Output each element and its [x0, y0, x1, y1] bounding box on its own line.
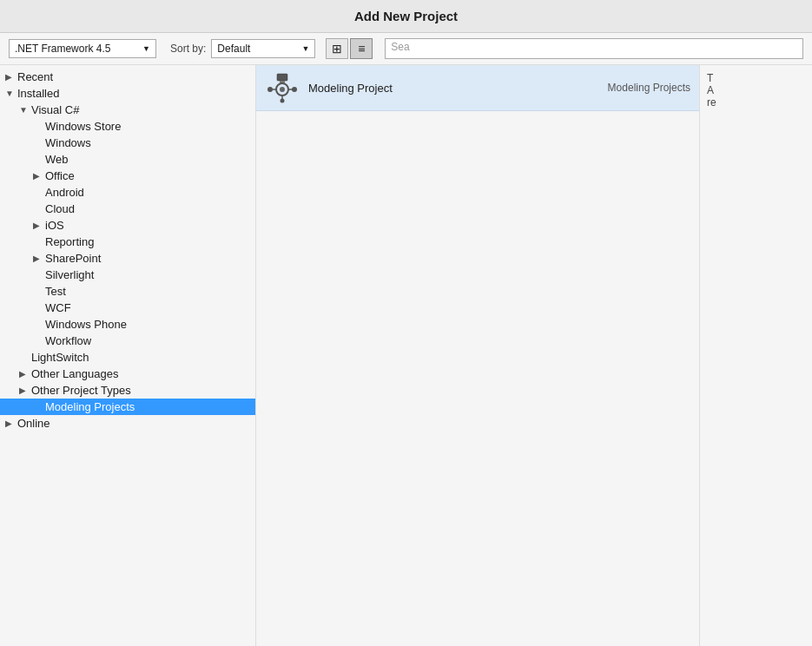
sidebar-label-ios: iOS [45, 219, 255, 232]
sort-dropdown[interactable]: Default ▼ [211, 39, 315, 58]
sidebar-label-wcf: WCF [45, 301, 255, 314]
sidebar-label-reporting: Reporting [45, 235, 255, 248]
tree-arrow-other-languages: ▶ [19, 369, 31, 379]
sidebar-item-web[interactable]: Web [0, 151, 255, 168]
project-category-modeling-project: Modeling Projects [608, 82, 690, 94]
svg-point-6 [292, 87, 297, 92]
framework-dropdown[interactable]: .NET Framework 4.5 ▼ [9, 39, 156, 58]
main-panel: Modeling Project Modeling Projects [256, 65, 699, 646]
search-input[interactable]: Sea [385, 38, 803, 59]
sort-dropdown-arrow: ▼ [301, 44, 309, 53]
sidebar-label-test: Test [45, 285, 255, 298]
sort-label: Sort by: [170, 43, 206, 55]
sidebar-item-windows-phone[interactable]: Windows Phone [0, 316, 255, 333]
sidebar-item-workflow[interactable]: Workflow [0, 333, 255, 349]
info-panel: TAre [699, 65, 812, 646]
framework-dropdown-arrow: ▼ [142, 44, 150, 53]
sidebar-label-other-languages: Other Languages [31, 367, 255, 380]
tree-arrow-installed: ▼ [5, 89, 17, 98]
sidebar-label-installed: Installed [17, 87, 255, 100]
toolbar: .NET Framework 4.5 ▼ Sort by: Default ▼ … [0, 33, 812, 65]
list-view-icon: ≡ [358, 42, 365, 56]
grid-view-button[interactable]: ⊞ [326, 38, 348, 59]
tree-arrow-sharepoint: ▶ [33, 254, 45, 263]
framework-selector[interactable]: .NET Framework 4.5 ▼ [9, 39, 156, 58]
sidebar-item-test[interactable]: Test [0, 283, 255, 300]
sidebar-label-other-project-types: Other Project Types [31, 384, 255, 397]
info-text: TAre [707, 72, 716, 109]
sidebar-item-windows[interactable]: Windows [0, 135, 255, 151]
sidebar-item-silverlight[interactable]: Silverlight [0, 267, 255, 283]
sidebar-item-visual-csharp[interactable]: ▼Visual C# [0, 102, 255, 118]
sidebar-label-lightswitch: LightSwitch [31, 351, 255, 364]
sidebar-label-android: Android [45, 186, 255, 199]
sidebar-item-wcf[interactable]: WCF [0, 300, 255, 316]
sidebar-item-online[interactable]: ▶Online [0, 415, 255, 432]
sidebar-item-sharepoint[interactable]: ▶SharePoint [0, 250, 255, 267]
svg-point-5 [267, 87, 273, 92]
list-view-button[interactable]: ≡ [350, 38, 373, 59]
sidebar-item-cloud[interactable]: Cloud [0, 201, 255, 217]
sidebar-label-windows-store: Windows Store [45, 120, 255, 133]
svg-point-9 [280, 87, 285, 92]
sidebar-item-android[interactable]: Android [0, 184, 255, 201]
sidebar-item-ios[interactable]: ▶iOS [0, 217, 255, 234]
svg-point-8 [281, 99, 285, 103]
sidebar-item-other-project-types[interactable]: ▶Other Project Types [0, 382, 255, 399]
project-icon-modeling-project [265, 70, 300, 105]
project-name-modeling-project: Modeling Project [308, 82, 608, 95]
tree-arrow-ios: ▶ [33, 221, 45, 230]
search-placeholder: Sea [391, 41, 409, 53]
tree-arrow-online: ▶ [5, 419, 17, 428]
add-new-project-dialog: Add New Project .NET Framework 4.5 ▼ Sor… [0, 0, 812, 646]
sidebar-label-online: Online [17, 417, 255, 430]
sidebar-label-windows: Windows [45, 136, 255, 149]
sidebar-label-office: Office [45, 169, 255, 182]
tree-arrow-other-project-types: ▶ [19, 386, 31, 395]
tree-arrow-recent: ▶ [5, 72, 17, 82]
view-buttons: ⊞ ≡ [326, 38, 373, 59]
dialog-content: ▶Recent▼Installed▼Visual C# Windows Stor… [0, 65, 812, 646]
sidebar-item-reporting[interactable]: Reporting [0, 234, 255, 250]
sidebar-item-other-languages[interactable]: ▶Other Languages [0, 366, 255, 382]
tree-arrow-visual-csharp: ▼ [19, 105, 31, 115]
project-item-modeling-project[interactable]: Modeling Project Modeling Projects [256, 65, 699, 111]
tree-arrow-office: ▶ [33, 171, 45, 181]
sidebar: ▶Recent▼Installed▼Visual C# Windows Stor… [0, 65, 256, 646]
framework-value: .NET Framework 4.5 [15, 43, 110, 55]
sidebar-label-cloud: Cloud [45, 202, 255, 215]
sidebar-item-recent[interactable]: ▶Recent [0, 69, 255, 85]
sidebar-label-modeling-projects: Modeling Projects [45, 400, 255, 413]
sidebar-label-silverlight: Silverlight [45, 268, 255, 281]
svg-rect-0 [277, 74, 287, 81]
sidebar-label-workflow: Workflow [45, 334, 255, 347]
sidebar-item-lightswitch[interactable]: LightSwitch [0, 349, 255, 366]
sidebar-item-windows-store[interactable]: Windows Store [0, 118, 255, 135]
dialog-title: Add New Project [0, 0, 812, 33]
sidebar-label-web: Web [45, 153, 255, 166]
grid-view-icon: ⊞ [332, 42, 342, 56]
sidebar-label-recent: Recent [17, 70, 255, 83]
sort-value: Default [217, 43, 250, 55]
sidebar-item-modeling-projects[interactable]: Modeling Projects [0, 399, 255, 415]
sidebar-label-windows-phone: Windows Phone [45, 318, 255, 331]
sidebar-item-installed[interactable]: ▼Installed [0, 85, 255, 102]
sidebar-item-office[interactable]: ▶Office [0, 168, 255, 184]
sidebar-label-visual-csharp: Visual C# [31, 103, 255, 116]
sidebar-label-sharepoint: SharePoint [45, 252, 255, 265]
